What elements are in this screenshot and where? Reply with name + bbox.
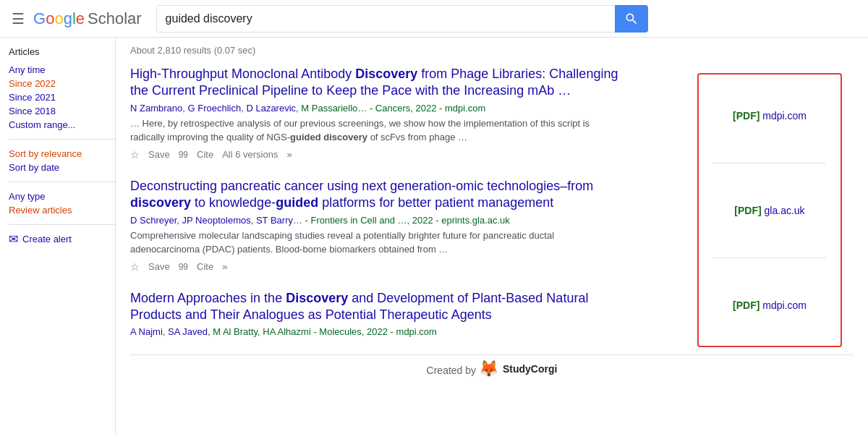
save-link-1[interactable]: Save	[148, 149, 170, 160]
more-icon-2: »	[222, 261, 227, 272]
results-content-row: High-Throughput Monoclonal Antibody Disc…	[130, 66, 854, 354]
pdf-link-3[interactable]: [PDF] mdpi.com	[699, 285, 841, 326]
search-bar	[156, 5, 648, 33]
result-author-3-2[interactable]: SA Javed	[168, 326, 208, 337]
logo-g2: g	[64, 9, 72, 28]
sidebar-any-time[interactable]: Any time	[9, 63, 115, 77]
sidebar: Articles Any time Since 2022 Since 2021 …	[0, 38, 116, 434]
pdf-source-3: mdpi.com	[762, 299, 807, 311]
cite-link-2[interactable]: Cite	[197, 261, 213, 272]
result-author-2-2[interactable]: JP Neoptolemos	[182, 215, 251, 226]
header: ☰ Google Scholar	[0, 0, 868, 38]
star-icon-2: ☆	[130, 261, 140, 273]
sidebar-divider-1	[9, 139, 115, 140]
result-title-2-suffix: platforms for better patient management	[318, 195, 553, 210]
results-main: High-Throughput Monoclonal Antibody Disc…	[130, 66, 697, 354]
sidebar-since-2018[interactable]: Since 2018	[9, 104, 115, 118]
sidebar-custom-range[interactable]: Custom range...	[9, 118, 115, 132]
result-item-1: High-Throughput Monoclonal Antibody Disc…	[130, 66, 622, 161]
result-title-1[interactable]: High-Throughput Monoclonal Antibody Disc…	[130, 66, 622, 100]
result-snippet-2: Comprehensive molecular landscaping stud…	[130, 229, 622, 257]
logo[interactable]: Google Scholar	[33, 9, 142, 28]
result-author-3-1[interactable]: A Najmi	[130, 326, 163, 337]
pdf-links-sidebar: [PDF] mdpi.com [PDF] gla.ac.uk [PDF] mdp…	[697, 73, 842, 347]
versions-link-1[interactable]: All 6 versions	[222, 149, 278, 160]
logo-g: G	[33, 9, 46, 28]
result-author-2-3[interactable]: ST Barry	[256, 215, 293, 226]
sidebar-review-articles[interactable]: Review articles	[9, 203, 115, 217]
search-icon	[624, 12, 639, 26]
corgi-icon: 🦊	[479, 359, 498, 378]
pdf-source-1: mdpi.com	[762, 110, 807, 122]
result-title-1-prefix: High-Throughput Monoclonal Antibody	[130, 67, 355, 81]
pdf-link-1[interactable]: [PDF] mdpi.com	[699, 95, 841, 136]
result-authors-1: N Zambrano, G Froechlich, D Lazarevic, M…	[130, 103, 622, 114]
results-area: About 2,810 results (0.07 sec) High-Thro…	[116, 38, 868, 434]
result-title-3[interactable]: Modern Approaches in the Discovery and D…	[130, 290, 622, 324]
result-author-1-1[interactable]: N Zambrano	[130, 103, 182, 114]
result-authors-2: D Schreyer, JP Neoptolemos, ST Barry… - …	[130, 215, 622, 226]
footer-logo: 🦊 StudyCorgi	[479, 359, 557, 378]
menu-icon[interactable]: ☰	[12, 10, 25, 27]
pdf-link-2[interactable]: [PDF] gla.ac.uk	[699, 190, 841, 231]
pdf-bracket-3: [PDF]	[733, 299, 760, 311]
result-title-1-bold: Discovery	[355, 67, 417, 81]
search-input[interactable]	[156, 5, 615, 33]
result-title-2-bold1: discovery	[130, 195, 191, 210]
logo-o2: o	[54, 9, 63, 28]
envelope-icon: ✉	[9, 232, 18, 246]
create-alert-link[interactable]: ✉ Create alert	[9, 232, 115, 246]
pdf-bracket-1: [PDF]	[733, 110, 760, 122]
save-link-2[interactable]: Save	[148, 261, 170, 272]
result-author-2-1[interactable]: D Schreyer	[130, 215, 176, 226]
pdf-bracket-2: [PDF]	[734, 205, 761, 216]
articles-label: Articles	[9, 46, 115, 57]
pdf-divider-2	[713, 258, 827, 258]
result-item-3: Modern Approaches in the Discovery and D…	[130, 290, 622, 338]
result-title-2-mid: to knowledge-	[191, 195, 276, 210]
result-title-2[interactable]: Deconstructing pancreatic cancer using n…	[130, 178, 622, 212]
pdf-divider-1	[713, 163, 827, 163]
result-authors-3: A Najmi, SA Javed, M Al Bratty, HA Alhaz…	[130, 326, 622, 337]
more-icon-1: »	[286, 149, 292, 160]
result-snippet-1: … Here, by retrospective analysis of our…	[130, 116, 622, 145]
sidebar-section-articles: Articles	[9, 46, 115, 57]
result-title-3-prefix: Modern Approaches in the	[130, 291, 286, 305]
search-button[interactable]	[615, 5, 648, 33]
result-title-3-bold: Discovery	[286, 291, 348, 305]
logo-e: e	[76, 9, 85, 28]
result-actions-1: ☆ Save 99 Cite All 6 versions »	[130, 149, 622, 161]
star-icon-1: ☆	[130, 149, 140, 161]
pdf-source-2: gla.ac.uk	[765, 205, 805, 216]
result-title-2-prefix: Deconstructing pancreatic cancer using n…	[130, 179, 593, 193]
result-author-1-2[interactable]: G Froechlich	[187, 103, 241, 114]
sidebar-sort-relevance[interactable]: Sort by relevance	[9, 147, 115, 161]
results-count: About 2,810 results (0.07 sec)	[130, 45, 854, 56]
create-alert-label: Create alert	[22, 234, 72, 244]
sidebar-divider-3	[9, 224, 115, 225]
logo-o1: o	[46, 9, 54, 28]
footer-created-by: Created by	[427, 365, 476, 376]
main-layout: Articles Any time Since 2022 Since 2021 …	[0, 38, 868, 434]
sidebar-since-2022[interactable]: Since 2022	[9, 77, 115, 90]
sidebar-divider-2	[9, 182, 115, 182]
result-title-2-bold2: guided	[276, 195, 318, 210]
result-actions-2: ☆ Save 99 Cite »	[130, 261, 622, 273]
cite-icon-1: 99	[179, 150, 188, 160]
cite-link-1[interactable]: Cite	[197, 149, 213, 160]
sidebar-sort-date[interactable]: Sort by date	[9, 161, 115, 174]
sidebar-since-2021[interactable]: Since 2021	[9, 90, 115, 104]
result-author-1-3[interactable]: D Lazarevic	[246, 103, 296, 114]
result-item-2: Deconstructing pancreatic cancer using n…	[130, 178, 622, 273]
footer-brand: StudyCorgi	[503, 363, 557, 375]
logo-scholar: Scholar	[88, 9, 142, 28]
cite-icon-2: 99	[179, 262, 188, 272]
sidebar-any-type[interactable]: Any type	[9, 190, 115, 203]
footer: Created by 🦊 StudyCorgi	[130, 354, 854, 383]
